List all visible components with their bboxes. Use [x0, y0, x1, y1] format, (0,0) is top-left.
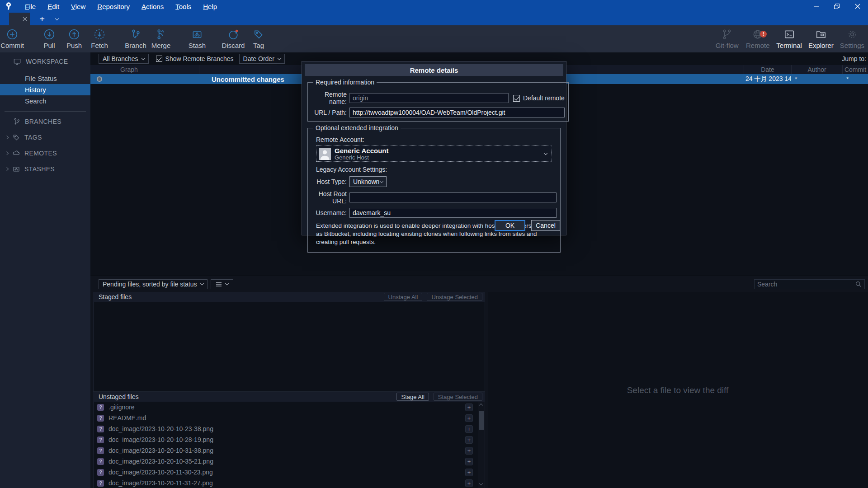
view-options-dropdown[interactable] [211, 279, 233, 289]
column-header-commit[interactable]: Commit [842, 65, 868, 74]
url-path-input[interactable] [349, 108, 565, 117]
expand-chevron-icon[interactable] [5, 135, 9, 139]
menu-repository[interactable]: Repository [92, 2, 135, 11]
stage-file-button[interactable]: + [465, 425, 473, 433]
file-row[interactable]: ? doc_image/2023-10-20-10-31-38.png + [94, 445, 485, 456]
tag-button[interactable]: Tag [246, 26, 271, 52]
settings-gear-icon [846, 28, 858, 40]
sidebar-section-branches[interactable]: BRANCHES [0, 113, 90, 129]
unstaged-scrollbar[interactable] [478, 402, 485, 488]
stage-file-button[interactable]: + [465, 414, 473, 422]
column-header-graph[interactable]: Graph [90, 66, 199, 73]
remotes-cloud-icon [12, 149, 20, 157]
cancel-button[interactable]: Cancel [531, 220, 560, 231]
file-row[interactable]: ? doc_image/2023-10-20-11-31-27.png + [94, 478, 485, 488]
remote-account-dropdown[interactable]: Generic Account Generic Host [316, 145, 552, 162]
sidebar-item-search[interactable]: Search [0, 95, 90, 107]
stash-button[interactable]: Stash [185, 26, 209, 52]
file-row[interactable]: ? doc_image/2023-10-20-10-28-19.png + [94, 434, 485, 445]
file-row[interactable]: ? .gitignore + [94, 402, 485, 413]
remote-account-label: Remote Account: [316, 136, 557, 143]
file-row[interactable]: ? doc_image/2023-10-20-10-35-21.png + [94, 456, 485, 467]
sidebar-item-file-status[interactable]: File Status [0, 73, 90, 84]
pull-button[interactable]: Pull [37, 26, 61, 52]
chevron-down-icon [225, 282, 228, 285]
chevron-down-icon [380, 179, 383, 183]
branch-button[interactable]: Branch [123, 26, 148, 52]
scroll-up-icon[interactable] [479, 404, 483, 407]
remote-name-input[interactable] [349, 93, 509, 103]
default-remote-checkbox[interactable] [513, 95, 520, 102]
fetch-button[interactable]: Fetch [87, 26, 112, 52]
menu-view[interactable]: View [66, 2, 90, 11]
push-button[interactable]: Push [62, 26, 86, 52]
minimize-button[interactable] [806, 0, 826, 13]
sidebar-section-stashes[interactable]: STASHES [0, 161, 90, 177]
stage-file-button[interactable]: + [465, 479, 473, 487]
file-row[interactable]: ? doc_image/2023-10-20-10-23-38.png + [94, 423, 485, 434]
explorer-button[interactable]: Explorer [808, 26, 834, 52]
menu-actions[interactable]: Actions [137, 2, 169, 11]
close-button[interactable] [847, 0, 868, 13]
menu-edit[interactable]: Edit [42, 2, 64, 11]
window-controls [806, 0, 868, 13]
restore-button[interactable] [826, 0, 847, 13]
file-row[interactable]: ? README.md + [94, 413, 485, 423]
gitflow-button[interactable]: Git-flow [715, 26, 739, 52]
scroll-down-icon[interactable] [479, 482, 483, 485]
workspace-label: WORKSPACE [26, 58, 68, 65]
file-row[interactable]: ? doc_image/2023-10-20-11-30-23.png + [94, 467, 485, 478]
menu-help[interactable]: Help [198, 2, 222, 11]
pending-files-sort-dropdown[interactable]: Pending files, sorted by file status [99, 279, 208, 289]
file-search-box[interactable] [754, 279, 865, 289]
tab-close-icon[interactable] [23, 17, 27, 21]
untracked-file-icon: ? [97, 469, 104, 476]
file-search-input[interactable] [757, 281, 855, 288]
host-root-url-input[interactable] [349, 192, 557, 202]
discard-button[interactable]: Discard [221, 26, 245, 52]
stage-file-button[interactable]: + [465, 458, 473, 465]
staged-files-list[interactable] [93, 302, 485, 392]
pull-icon [43, 28, 55, 40]
dialog-buttons: OK Cancel [495, 220, 560, 231]
sidebar-section-remotes[interactable]: REMOTES [0, 145, 90, 161]
column-header-author[interactable]: Author [791, 65, 842, 74]
sidebar-section-tags[interactable]: TAGS [0, 129, 90, 145]
settings-button[interactable]: Settings [840, 26, 864, 52]
username-input[interactable] [349, 208, 557, 218]
host-type-select[interactable]: Unknown [349, 176, 387, 187]
ok-button[interactable]: OK [495, 220, 525, 231]
unstage-all-button[interactable]: Unstage All [384, 293, 423, 301]
stage-file-button[interactable]: + [465, 404, 473, 411]
diff-placeholder-text: Select a file to view the diff [627, 385, 729, 395]
scrollbar-thumb[interactable] [479, 411, 484, 430]
order-filter-dropdown[interactable]: Date Order [239, 54, 285, 64]
menu-tools[interactable]: Tools [170, 2, 196, 11]
repo-tab[interactable] [9, 13, 30, 25]
stage-file-button[interactable]: + [465, 469, 473, 476]
commit-button[interactable]: Commit [0, 26, 24, 52]
stage-all-button[interactable]: Stage All [396, 393, 429, 401]
sidebar-item-history[interactable]: History [0, 84, 90, 95]
unstage-selected-button[interactable]: Unstage Selected [427, 293, 482, 301]
show-remote-branches-toggle[interactable]: Show Remote Branches [156, 55, 234, 62]
new-tab-button[interactable]: + [35, 13, 49, 25]
expand-chevron-icon[interactable] [5, 167, 9, 170]
default-remote-toggle[interactable]: Default remote [513, 94, 565, 102]
stage-selected-button[interactable]: Stage Selected [434, 393, 482, 401]
column-header-date[interactable]: Date [744, 65, 791, 74]
remote-button[interactable]: ! Remote [745, 26, 770, 52]
stage-file-button[interactable]: + [465, 436, 473, 444]
stage-file-button[interactable]: + [465, 447, 473, 455]
expand-chevron-icon[interactable] [5, 151, 9, 155]
tab-list-dropdown[interactable] [52, 13, 62, 25]
untracked-file-icon: ? [97, 404, 104, 411]
branches-icon [13, 117, 21, 126]
branch-filter-dropdown[interactable]: All Branches [99, 54, 149, 64]
menu-file[interactable]: File [20, 2, 41, 11]
required-information-group: Required information Remote name: Defaul… [307, 79, 569, 122]
merge-button[interactable]: Merge [149, 26, 173, 52]
show-remote-branches-checkbox[interactable] [156, 56, 162, 62]
terminal-button[interactable]: Terminal [776, 26, 802, 52]
account-avatar [319, 148, 331, 160]
